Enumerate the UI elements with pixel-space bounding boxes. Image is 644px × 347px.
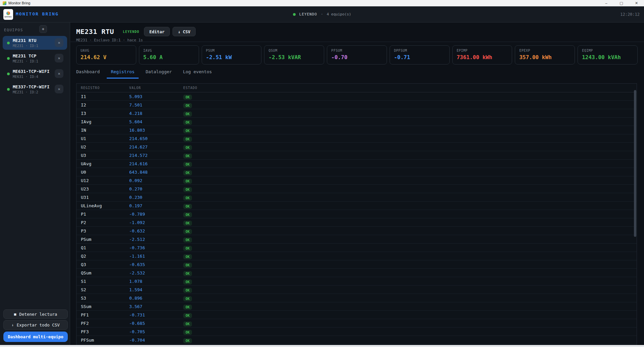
stat-value: -0.70: [331, 54, 383, 60]
device-meta: ME231 · ID:1: [13, 44, 38, 48]
app-icon: [3, 1, 6, 5]
status-badge: OK: [183, 162, 192, 167]
stat-value: -0.71: [394, 54, 445, 60]
status-badge: OK: [183, 330, 192, 335]
table-row[interactable]: I1 5.093 OK: [77, 92, 637, 101]
status-badge: OK: [183, 145, 192, 150]
register-value: -0.731: [129, 312, 183, 317]
export-all-csv-button[interactable]: ↓ Exportar todo CSV: [3, 320, 68, 330]
stat-card: EPEXP 357.00 kWh: [515, 45, 575, 64]
table-row[interactable]: S3 0.896 OK: [77, 294, 637, 302]
stat-card: QSUM -2.53 kVAR: [264, 45, 324, 64]
stat-label: UAVG: [81, 49, 132, 52]
edit-button[interactable]: Editar: [144, 27, 170, 36]
status-dot-icon: [293, 13, 296, 16]
register-value: 214.572: [129, 153, 183, 158]
register-value: 214.650: [129, 136, 183, 141]
add-device-button[interactable]: +: [39, 25, 47, 33]
tab[interactable]: Log eventos: [179, 66, 216, 79]
stat-label: EPEXP: [519, 49, 571, 52]
table-row[interactable]: Q1 -0.736 OK: [77, 244, 637, 252]
status-badge: OK: [183, 271, 192, 276]
table-row[interactable]: U0 643.848 OK: [77, 168, 637, 176]
window-bottom-edge: [0, 345, 644, 347]
device-close-icon[interactable]: ✕: [55, 38, 63, 47]
table-row[interactable]: PSum -2.512 OK: [77, 235, 637, 244]
register-value: -2.512: [129, 237, 183, 242]
register-name: Q3: [77, 262, 129, 267]
table-row[interactable]: P3 -0.632 OK: [77, 227, 637, 235]
register-name: P3: [77, 228, 129, 233]
table-row[interactable]: S2 1.594 OK: [77, 286, 637, 294]
stat-card: UAVG 214.62 V: [76, 45, 136, 64]
table-row[interactable]: P2 -1.092 OK: [77, 218, 637, 227]
column-header-estado: ESTADO: [183, 86, 637, 90]
table-row[interactable]: ULineAvg 0.197 OK: [77, 202, 637, 210]
register-value: 4.218: [129, 111, 183, 116]
stat-label: PFSUM: [331, 49, 383, 52]
window-controls: – ▢ ✕: [599, 0, 644, 6]
table-row[interactable]: I2 7.501 OK: [77, 101, 637, 109]
table-row[interactable]: PF3 -0.705 OK: [77, 328, 637, 336]
multi-device-dashboard-button[interactable]: Dashboard multi-equipo: [3, 332, 68, 342]
tab[interactable]: Datalogger: [142, 66, 176, 79]
table-row[interactable]: IAvg 5.604 OK: [77, 118, 637, 126]
register-value: 7.501: [129, 102, 183, 107]
stat-label: PSUM: [206, 49, 257, 52]
status-badge: OK: [183, 103, 192, 108]
device-close-icon[interactable]: ✕: [55, 54, 63, 62]
table-row[interactable]: U2 214.627 OK: [77, 143, 637, 151]
table-row[interactable]: PF1 -0.731 OK: [77, 311, 637, 319]
csv-button[interactable]: ↓ CSV: [172, 27, 196, 36]
table-row[interactable]: PFSum -0.704 OK: [77, 336, 637, 344]
table-row[interactable]: Q2 -1.161 OK: [77, 252, 637, 260]
table-row[interactable]: U23 0.270 OK: [77, 185, 637, 193]
stat-card: EPIMP 7361.00 kWh: [452, 45, 512, 64]
table-row[interactable]: U1 214.650 OK: [77, 134, 637, 143]
register-value: 1.594: [129, 287, 183, 292]
table-row[interactable]: S1 1.078 OK: [77, 277, 637, 286]
register-name: PF2: [77, 321, 129, 326]
register-value: 5.604: [129, 119, 183, 124]
status-badge: OK: [183, 179, 192, 184]
tab-bar: Dashboard Registros Datalogger Log event…: [72, 66, 219, 79]
register-name: I3: [77, 111, 129, 116]
table-row[interactable]: SSum 3.567 OK: [77, 302, 637, 311]
register-name: S3: [77, 296, 129, 301]
table-row[interactable]: PF2 -0.685 OK: [77, 319, 637, 328]
status-badge: OK: [183, 229, 192, 234]
status-badge: OK: [183, 263, 192, 268]
tab[interactable]: Registros: [107, 66, 138, 79]
device-close-icon[interactable]: ✕: [55, 69, 63, 78]
minimize-button[interactable]: –: [599, 0, 614, 6]
table-row[interactable]: I3 4.218 OK: [77, 109, 637, 118]
table-row[interactable]: P1 -0.789 OK: [77, 210, 637, 218]
stat-card: DPFSUM -0.71: [390, 45, 450, 64]
stat-label: DPFSUM: [394, 49, 445, 52]
register-name: I2: [77, 102, 129, 107]
table-row[interactable]: U3 214.572 OK: [77, 151, 637, 160]
status-badge: OK: [183, 196, 192, 201]
maximize-button[interactable]: ▢: [614, 0, 629, 6]
stop-reading-button[interactable]: ■ Detener lectura: [3, 309, 68, 319]
table-row[interactable]: Q3 -0.635 OK: [77, 260, 637, 269]
device-online-dot-icon: [7, 42, 10, 44]
table-row[interactable]: U12 0.092 OK: [77, 176, 637, 185]
register-value: 5.093: [129, 94, 183, 99]
device-list-item[interactable]: ME631-TCP-WIFI ME631 · ID:4 ✕: [3, 67, 67, 81]
register-value: 3.567: [129, 304, 183, 309]
device-list-item[interactable]: ME231 TCP ME231 · ID:1 ✕: [3, 51, 67, 65]
table-scrollbar-thumb[interactable]: [634, 90, 636, 237]
table-row[interactable]: IN 16.803 OK: [77, 126, 637, 134]
table-row[interactable]: QSum -2.532 OK: [77, 269, 637, 277]
table-row[interactable]: UAvg 214.616 OK: [77, 160, 637, 168]
stat-label: IAVG: [143, 49, 195, 52]
stat-card: PSUM -2.51 kW: [202, 45, 262, 64]
table-row[interactable]: U31 0.230 OK: [77, 193, 637, 202]
register-name: U2: [77, 144, 129, 149]
device-list-item[interactable]: ME337-TCP-WIFI ME231 · ID:2 ✕: [3, 82, 67, 96]
device-close-icon[interactable]: ✕: [55, 85, 63, 93]
tab[interactable]: Dashboard: [72, 66, 104, 79]
close-button[interactable]: ✕: [629, 0, 644, 6]
device-list-item[interactable]: ME231 RTU ME231 · ID:1 ✕: [3, 36, 67, 50]
